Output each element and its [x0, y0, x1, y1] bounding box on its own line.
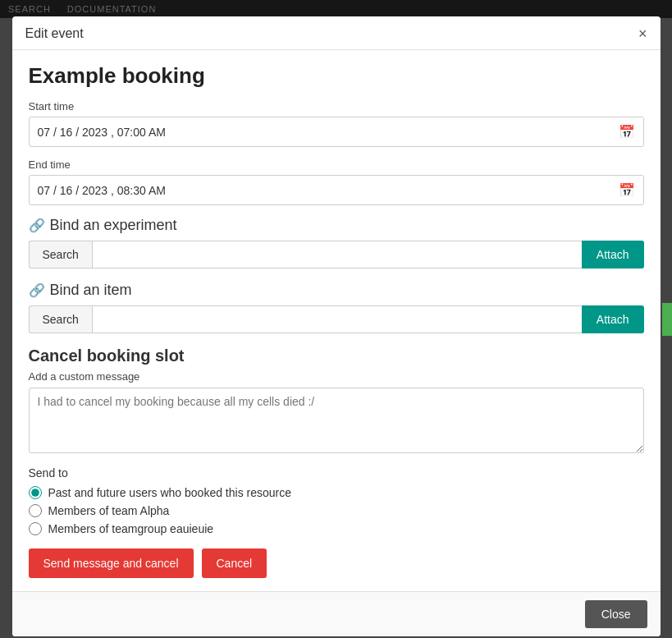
- bind-experiment-search-button[interactable]: Search: [29, 241, 92, 269]
- bind-item-row: Search Attach: [29, 305, 644, 333]
- end-time-label: End time: [29, 158, 644, 171]
- start-time-value: 07 / 16 / 2023 , 07:00 AM: [38, 126, 166, 139]
- green-accent-bar: [662, 303, 672, 336]
- radio-group: Past and future users who booked this re…: [29, 486, 644, 535]
- custom-message-label: Add a custom message: [29, 370, 644, 383]
- bind-item-heading: 🔗 Bind an item: [29, 282, 644, 299]
- link-icon-item: 🔗: [29, 282, 45, 298]
- action-buttons: Send message and cancel Cancel: [29, 548, 644, 578]
- radio-item-1[interactable]: Past and future users who booked this re…: [29, 486, 644, 499]
- modal-footer: Close: [12, 591, 661, 636]
- send-message-cancel-button[interactable]: Send message and cancel: [29, 548, 194, 578]
- link-icon-experiment: 🔗: [29, 218, 45, 233]
- start-time-label: Start time: [29, 100, 644, 112]
- radio-label-2: Members of team Alpha: [48, 504, 170, 517]
- bind-experiment-input[interactable]: [92, 241, 582, 269]
- modal-body: Example booking Start time 07 / 16 / 202…: [12, 50, 661, 591]
- radio-item-2[interactable]: Members of team Alpha: [29, 504, 644, 517]
- bind-experiment-row: Search Attach: [29, 241, 644, 269]
- edit-event-modal: Edit event × Example booking Start time …: [12, 16, 661, 636]
- bind-item-search-button[interactable]: Search: [29, 305, 92, 333]
- send-to-label: Send to: [29, 466, 644, 480]
- radio-input-1[interactable]: [29, 486, 42, 499]
- radio-item-3[interactable]: Members of teamgroup eauieuie: [29, 522, 644, 535]
- bind-item-attach-button[interactable]: Attach: [582, 305, 644, 333]
- modal-header: Edit event ×: [12, 16, 661, 50]
- event-title: Example booking: [29, 63, 644, 89]
- modal-overlay: Edit event × Example booking Start time …: [0, 0, 672, 638]
- bind-item-input[interactable]: [92, 305, 582, 333]
- end-time-input[interactable]: 07 / 16 / 2023 , 08:30 AM 📅: [29, 175, 644, 205]
- modal-title: Edit event: [25, 26, 84, 41]
- radio-label-3: Members of teamgroup eauieuie: [48, 522, 214, 535]
- end-time-calendar-icon: 📅: [619, 182, 635, 198]
- end-time-value: 07 / 16 / 2023 , 08:30 AM: [38, 184, 166, 197]
- modal-close-button[interactable]: ×: [638, 26, 647, 41]
- start-time-calendar-icon: 📅: [619, 124, 635, 140]
- cancel-booking-title: Cancel booking slot: [29, 347, 644, 365]
- bind-experiment-heading: 🔗 Bind an experiment: [29, 217, 644, 234]
- radio-input-2[interactable]: [29, 504, 42, 517]
- bind-experiment-label: Bind an experiment: [50, 217, 177, 234]
- start-time-input[interactable]: 07 / 16 / 2023 , 07:00 AM 📅: [29, 117, 644, 147]
- cancel-button[interactable]: Cancel: [202, 548, 267, 578]
- custom-message-textarea[interactable]: [29, 388, 644, 453]
- bind-experiment-attach-button[interactable]: Attach: [582, 241, 644, 269]
- close-button[interactable]: Close: [585, 600, 647, 628]
- radio-input-3[interactable]: [29, 522, 42, 535]
- radio-label-1: Past and future users who booked this re…: [48, 486, 292, 499]
- bind-item-label: Bind an item: [50, 282, 132, 299]
